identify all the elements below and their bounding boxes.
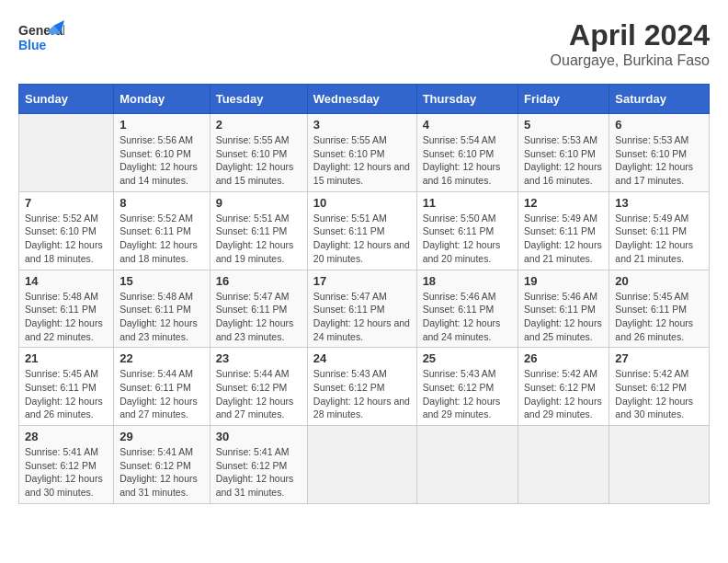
calendar-cell: 7Sunrise: 5:52 AM Sunset: 6:10 PM Daylig… (19, 191, 114, 270)
day-header-sunday: Sunday (19, 85, 114, 114)
day-number: 30 (216, 430, 301, 443)
day-number: 19 (524, 274, 603, 288)
calendar-cell: 8Sunrise: 5:52 AM Sunset: 6:11 PM Daylig… (114, 191, 210, 270)
day-number: 17 (313, 274, 411, 288)
day-info: Sunrise: 5:55 AM Sunset: 6:10 PM Dayligh… (313, 133, 411, 188)
day-info: Sunrise: 5:41 AM Sunset: 6:12 PM Dayligh… (25, 445, 108, 500)
calendar-cell: 17Sunrise: 5:47 AM Sunset: 6:11 PM Dayli… (307, 270, 416, 348)
day-info: Sunrise: 5:49 AM Sunset: 6:11 PM Dayligh… (615, 212, 703, 266)
day-info: Sunrise: 5:43 AM Sunset: 6:12 PM Dayligh… (313, 367, 411, 421)
day-number: 29 (119, 430, 204, 443)
day-number: 18 (423, 274, 512, 288)
calendar-cell: 15Sunrise: 5:48 AM Sunset: 6:11 PM Dayli… (114, 270, 210, 348)
day-number: 16 (216, 274, 301, 288)
calendar-cell: 1Sunrise: 5:56 AM Sunset: 6:10 PM Daylig… (114, 114, 210, 192)
calendar-cell: 13Sunrise: 5:49 AM Sunset: 6:11 PM Dayli… (609, 191, 710, 270)
day-number: 8 (119, 196, 204, 210)
calendar-cell: 12Sunrise: 5:49 AM Sunset: 6:11 PM Dayli… (518, 191, 609, 270)
calendar-cell: 22Sunrise: 5:44 AM Sunset: 6:11 PM Dayli… (114, 348, 210, 426)
week-row-4: 21Sunrise: 5:45 AM Sunset: 6:11 PM Dayli… (19, 348, 710, 426)
day-number: 14 (25, 274, 108, 288)
calendar-cell: 30Sunrise: 5:41 AM Sunset: 6:12 PM Dayli… (210, 426, 307, 504)
day-number: 10 (313, 196, 411, 210)
calendar-cell: 9Sunrise: 5:51 AM Sunset: 6:11 PM Daylig… (210, 191, 307, 270)
day-number: 27 (615, 351, 703, 365)
day-header-saturday: Saturday (609, 85, 710, 114)
day-info: Sunrise: 5:53 AM Sunset: 6:10 PM Dayligh… (524, 133, 603, 188)
day-info: Sunrise: 5:46 AM Sunset: 6:11 PM Dayligh… (524, 290, 603, 344)
day-number: 20 (615, 274, 703, 288)
day-info: Sunrise: 5:51 AM Sunset: 6:11 PM Dayligh… (216, 212, 301, 266)
day-number: 23 (216, 351, 301, 365)
day-number: 12 (524, 196, 603, 210)
svg-text:Blue: Blue (18, 38, 47, 52)
day-info: Sunrise: 5:46 AM Sunset: 6:11 PM Dayligh… (423, 290, 512, 344)
day-number: 22 (119, 351, 204, 365)
day-header-monday: Monday (114, 85, 210, 114)
day-number: 11 (423, 196, 512, 210)
day-number: 1 (119, 118, 204, 132)
day-number: 9 (216, 196, 301, 210)
day-info: Sunrise: 5:55 AM Sunset: 6:10 PM Dayligh… (216, 133, 301, 188)
day-info: Sunrise: 5:48 AM Sunset: 6:11 PM Dayligh… (25, 290, 108, 344)
day-info: Sunrise: 5:45 AM Sunset: 6:11 PM Dayligh… (25, 367, 108, 421)
calendar-cell: 21Sunrise: 5:45 AM Sunset: 6:11 PM Dayli… (19, 348, 114, 426)
day-number: 5 (524, 118, 603, 132)
day-info: Sunrise: 5:50 AM Sunset: 6:11 PM Dayligh… (423, 212, 512, 266)
day-header-wednesday: Wednesday (307, 85, 416, 114)
day-info: Sunrise: 5:52 AM Sunset: 6:11 PM Dayligh… (119, 212, 204, 266)
day-number: 6 (615, 118, 703, 132)
day-info: Sunrise: 5:42 AM Sunset: 6:12 PM Dayligh… (524, 367, 603, 421)
header: General Blue April 2024 Ouargaye, Burkin… (18, 18, 710, 69)
day-info: Sunrise: 5:44 AM Sunset: 6:12 PM Dayligh… (216, 367, 301, 421)
calendar-cell: 20Sunrise: 5:45 AM Sunset: 6:11 PM Dayli… (609, 270, 710, 348)
calendar-cell (307, 426, 416, 504)
day-info: Sunrise: 5:47 AM Sunset: 6:11 PM Dayligh… (313, 290, 411, 344)
calendar-cell (518, 426, 609, 504)
day-info: Sunrise: 5:49 AM Sunset: 6:11 PM Dayligh… (524, 212, 603, 266)
day-info: Sunrise: 5:52 AM Sunset: 6:10 PM Dayligh… (25, 212, 108, 266)
week-row-1: 1Sunrise: 5:56 AM Sunset: 6:10 PM Daylig… (19, 114, 710, 192)
calendar-cell: 14Sunrise: 5:48 AM Sunset: 6:11 PM Dayli… (19, 270, 114, 348)
calendar-cell (19, 114, 114, 192)
subtitle: Ouargaye, Burkina Faso (551, 52, 710, 69)
day-number: 2 (216, 118, 301, 132)
calendar-cell: 29Sunrise: 5:41 AM Sunset: 6:12 PM Dayli… (114, 426, 210, 504)
day-number: 7 (25, 196, 108, 210)
day-info: Sunrise: 5:41 AM Sunset: 6:12 PM Dayligh… (119, 445, 204, 500)
calendar-cell (416, 426, 518, 504)
day-info: Sunrise: 5:48 AM Sunset: 6:11 PM Dayligh… (119, 290, 204, 344)
day-number: 13 (615, 196, 703, 210)
week-row-2: 7Sunrise: 5:52 AM Sunset: 6:10 PM Daylig… (19, 191, 710, 270)
calendar-cell: 5Sunrise: 5:53 AM Sunset: 6:10 PM Daylig… (518, 114, 609, 192)
calendar-cell: 23Sunrise: 5:44 AM Sunset: 6:12 PM Dayli… (210, 348, 307, 426)
calendar-cell: 2Sunrise: 5:55 AM Sunset: 6:10 PM Daylig… (210, 114, 307, 192)
week-row-3: 14Sunrise: 5:48 AM Sunset: 6:11 PM Dayli… (19, 270, 710, 348)
day-number: 28 (25, 430, 108, 443)
calendar-cell: 19Sunrise: 5:46 AM Sunset: 6:11 PM Dayli… (518, 270, 609, 348)
calendar-cell: 10Sunrise: 5:51 AM Sunset: 6:11 PM Dayli… (307, 191, 416, 270)
day-number: 21 (25, 351, 108, 365)
day-info: Sunrise: 5:54 AM Sunset: 6:10 PM Dayligh… (423, 133, 512, 188)
day-number: 24 (313, 351, 411, 365)
main-title: April 2024 (551, 18, 710, 52)
calendar-cell: 24Sunrise: 5:43 AM Sunset: 6:12 PM Dayli… (307, 348, 416, 426)
calendar-cell: 4Sunrise: 5:54 AM Sunset: 6:10 PM Daylig… (416, 114, 518, 192)
week-row-5: 28Sunrise: 5:41 AM Sunset: 6:12 PM Dayli… (19, 426, 710, 504)
logo-icon: General Blue (18, 18, 64, 63)
day-header-tuesday: Tuesday (210, 85, 307, 114)
day-info: Sunrise: 5:43 AM Sunset: 6:12 PM Dayligh… (423, 367, 512, 421)
day-info: Sunrise: 5:53 AM Sunset: 6:10 PM Dayligh… (615, 133, 703, 188)
title-area: April 2024 Ouargaye, Burkina Faso (551, 18, 710, 69)
day-header-thursday: Thursday (416, 85, 518, 114)
calendar-table: SundayMondayTuesdayWednesdayThursdayFrid… (18, 84, 710, 504)
day-number: 25 (423, 351, 512, 365)
day-info: Sunrise: 5:44 AM Sunset: 6:11 PM Dayligh… (119, 367, 204, 421)
calendar-cell: 26Sunrise: 5:42 AM Sunset: 6:12 PM Dayli… (518, 348, 609, 426)
day-number: 26 (524, 351, 603, 365)
calendar-cell (609, 426, 710, 504)
day-info: Sunrise: 5:45 AM Sunset: 6:11 PM Dayligh… (615, 290, 703, 344)
day-number: 15 (119, 274, 204, 288)
calendar-cell: 28Sunrise: 5:41 AM Sunset: 6:12 PM Dayli… (19, 426, 114, 504)
logo: General Blue (18, 18, 64, 63)
